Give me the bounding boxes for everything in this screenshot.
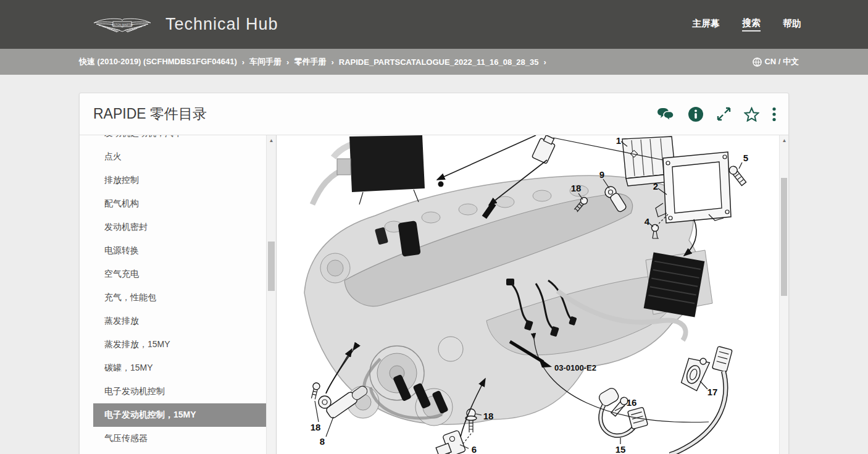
sidebar-item-barometric-sensor[interactable]: 气压传感器: [93, 427, 267, 450]
top-connector-part: [532, 135, 557, 164]
kebab-icon[interactable]: [772, 107, 776, 122]
sidebar-item-evap-emissions[interactable]: 蒸发排放: [93, 309, 267, 333]
comments-icon[interactable]: [656, 107, 675, 122]
app-header: ASTON MARTIN Technical Hub 主屏幕 搜索 帮助: [0, 0, 868, 49]
sidebar-item-valvetrain[interactable]: 配气机构: [93, 192, 267, 216]
aston-martin-logo: ASTON MARTIN: [93, 14, 152, 35]
callout-16[interactable]: 16: [627, 397, 637, 408]
breadcrumb-workshop-manual[interactable]: 车间手册: [249, 56, 282, 67]
bolt-5: [728, 165, 747, 187]
sidebar-item-engine-sealing[interactable]: 发动机密封: [93, 216, 267, 239]
sidebar-scroll-thumb[interactable]: [268, 242, 275, 291]
sidebar-item-starter[interactable]: 发动机起动机，汽车: [93, 135, 267, 145]
language-label: CN / 中文: [764, 56, 799, 67]
breadcrumb-separator: ›: [544, 57, 546, 67]
callout-18-left[interactable]: 18: [311, 422, 321, 432]
top-nav: 主屏幕 搜索 帮助: [692, 0, 801, 49]
logo-text: ASTON MARTIN: [112, 23, 133, 26]
info-icon[interactable]: [688, 106, 704, 122]
nav-help[interactable]: 帮助: [783, 18, 801, 31]
page-title: RAPIDE 零件目录: [93, 104, 207, 124]
diagram-scrollbar[interactable]: ▲: [779, 135, 788, 454]
figure-label: 03-0100-E2: [554, 363, 596, 372]
breadcrumb-bar: 快速 (2010-2019) (SCFHMDBS1FGF04641) › 车间手…: [0, 49, 868, 75]
card-content: 发动机起动机，汽车 点火 排放控制 配气机构 发动机密封 电源转换 空气充电 充…: [80, 135, 788, 454]
category-list: 发动机起动机，汽车 点火 排放控制 配气机构 发动机密封 电源转换 空气充电 充…: [93, 135, 267, 450]
sidebar-item-electronic-engine-control-15my[interactable]: 电子发动机控制，15MY: [93, 403, 267, 427]
breadcrumb-separator: ›: [286, 57, 289, 67]
callout-9[interactable]: 9: [599, 169, 604, 180]
callout-4[interactable]: 4: [645, 216, 650, 227]
sidebar-item-power-conversion[interactable]: 电源转换: [93, 239, 267, 263]
scroll-up-icon[interactable]: ▲: [267, 138, 276, 143]
sidebar-item-emission-control[interactable]: 排放控制: [93, 169, 267, 192]
callout-8[interactable]: 8: [320, 436, 325, 447]
breadcrumb-separator: ›: [242, 57, 244, 67]
sidebar-item-ignition[interactable]: 点火: [93, 145, 267, 169]
card-header: RAPIDE 零件目录: [80, 93, 788, 135]
catalogue-card: RAPIDE 零件目录: [79, 93, 789, 454]
brand-title: Technical Hub: [165, 15, 278, 34]
sidebar-item-evap-emissions-15my[interactable]: 蒸发排放，15MY: [93, 333, 267, 356]
breadcrumb-separator: ›: [331, 57, 333, 67]
globe-icon: [753, 57, 762, 67]
sensor-16-15-assembly: [598, 387, 648, 436]
language-selector[interactable]: CN / 中文: [753, 56, 799, 67]
breadcrumb-parts-manual[interactable]: 零件手册: [294, 56, 326, 67]
callout-6[interactable]: 6: [472, 444, 477, 454]
callout-5[interactable]: 5: [743, 153, 748, 163]
category-sidebar: 发动机起动机，汽车 点火 排放控制 配气机构 发动机密封 电源转换 空气充电 充…: [93, 135, 277, 454]
breadcrumb: 快速 (2010-2019) (SCFHMDBS1FGF04641) › 车间手…: [79, 56, 551, 67]
brand[interactable]: ASTON MARTIN Technical Hub: [93, 14, 278, 35]
callout-15[interactable]: 15: [616, 444, 626, 454]
nav-search[interactable]: 搜索: [742, 17, 761, 32]
sidebar-item-electronic-engine-control[interactable]: 电子发动机控制: [93, 380, 267, 403]
expand-icon[interactable]: [717, 107, 731, 121]
nav-home[interactable]: 主屏幕: [692, 18, 720, 31]
callout-2[interactable]: 2: [653, 181, 658, 191]
ecu-module-right: [644, 250, 712, 317]
sidebar-item-charging-perf-pack[interactable]: 充气，性能包: [93, 286, 267, 309]
callout-18-top[interactable]: 18: [571, 183, 582, 193]
sidebar-scrollbar[interactable]: ▲: [266, 135, 276, 454]
callout-18-mid[interactable]: 18: [483, 411, 494, 421]
diagram-scroll-thumb[interactable]: [781, 178, 787, 296]
callout-17[interactable]: 17: [707, 387, 718, 397]
parts-diagram-panel[interactable]: 03-0100-E2 1 2 4 5 9 18 18 8 18 6 16 15 …: [277, 135, 788, 454]
star-icon[interactable]: [744, 107, 759, 122]
breadcrumb-vehicle[interactable]: 快速 (2010-2019) (SCFHMDBS1FGF04641): [79, 56, 237, 67]
sidebar-item-canister-15my[interactable]: 碳罐，15MY: [93, 356, 267, 380]
sidebar-item-air-charging[interactable]: 空气充电: [93, 263, 267, 286]
engine-parts-diagram: 03-0100-E2 1 2 4 5 9 18 18 8 18 6 16 15 …: [277, 135, 775, 454]
breadcrumb-catalogue[interactable]: RAPIDE_PARTSCATALOGUE_2022_11_16_08_28_3…: [339, 57, 539, 67]
card-toolbar: [656, 93, 776, 135]
ecu-module-left: [312, 135, 425, 204]
scroll-up-icon[interactable]: ▲: [780, 138, 788, 143]
callout-1[interactable]: 1: [616, 135, 621, 146]
